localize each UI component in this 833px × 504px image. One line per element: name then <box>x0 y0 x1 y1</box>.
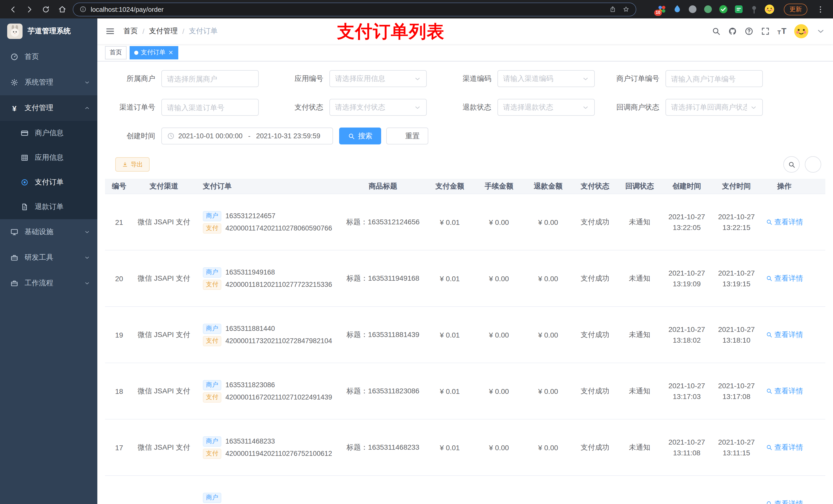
sidebar-item-refund-order[interactable]: 退款订单 <box>0 195 97 219</box>
table-row: 19 微信 JSAPI 支付 商户 1635311881440 支付 <box>105 307 825 363</box>
github-icon[interactable] <box>728 27 737 36</box>
date-range-start[interactable]: 2021-10-01 00:00:00 <box>178 132 243 140</box>
help-icon[interactable] <box>745 27 754 36</box>
channel-code-filter-select[interactable]: 请输入渠道编码 <box>497 70 595 87</box>
date-range-end[interactable]: 2021-10-31 23:59:59 <box>256 132 320 140</box>
view-detail-link[interactable]: 查看详情 <box>766 386 803 396</box>
search-icon <box>766 331 772 338</box>
cell-created-time: 2021-10-2713:18:02 <box>662 324 712 345</box>
filter-row-3: 创建时间 2021-10-01 00:00:00 - 2021-10-31 23… <box>105 127 825 144</box>
browser-forward-button[interactable] <box>22 2 37 17</box>
cell-pay-order: 商户 1635312124657 支付 42000011742021102780… <box>195 209 341 235</box>
extension-icon-chat[interactable] <box>734 4 744 14</box>
view-detail-link[interactable]: 查看详情 <box>766 499 803 504</box>
refund-status-filter-select[interactable]: 请选择退款状态 <box>497 99 595 116</box>
export-button[interactable]: 导出 <box>115 157 149 172</box>
cell-pay-channel: 微信 JSAPI 支付 <box>133 217 195 226</box>
sidebar-item-app-info[interactable]: 应用信息 <box>0 145 97 170</box>
fullscreen-icon[interactable] <box>761 27 770 36</box>
browser-back-button[interactable] <box>5 2 21 17</box>
browser-reload-button[interactable] <box>38 2 53 17</box>
share-icon[interactable] <box>609 6 616 13</box>
extension-icon-pin[interactable] <box>749 4 759 14</box>
extension-badge: 10 <box>654 10 662 16</box>
sidebar-item-workflow[interactable]: 工作流程 <box>0 270 97 296</box>
sidebar-item-infrastructure[interactable]: 基础设施 <box>0 219 97 245</box>
toggle-search-button[interactable] <box>783 156 800 173</box>
sidebar-item-merchant-info[interactable]: 商户信息 <box>0 121 97 145</box>
cell-actions: 查看详情 <box>761 386 807 396</box>
extension-icon-green-check[interactable] <box>718 4 729 14</box>
yen-icon: ¥ <box>10 104 19 112</box>
app-no-filter-select[interactable]: 请选择应用信息 <box>329 70 427 87</box>
chevron-down-icon <box>414 104 421 111</box>
sidebar-item-dev-tools[interactable]: 研发工具 <box>0 245 97 270</box>
extension-icon-green-circle[interactable] <box>703 4 713 14</box>
extension-icon-gray-circle[interactable] <box>688 4 698 14</box>
extension-icon-palette[interactable]: 10 <box>657 4 667 14</box>
close-icon[interactable] <box>168 50 174 55</box>
browser-home-button[interactable] <box>54 2 70 17</box>
extension-icon-droplet[interactable] <box>672 4 682 14</box>
sidebar-item-pay-order[interactable]: 支付订单 <box>0 170 97 195</box>
view-detail-link[interactable]: 查看详情 <box>766 274 803 283</box>
refresh-table-button[interactable] <box>805 156 821 173</box>
grid-icon <box>21 154 29 162</box>
annotation-title: 支付订单列表 <box>337 22 445 41</box>
create-time-filter-label: 创建时间 <box>105 131 161 141</box>
tab-pay-order[interactable]: 支付订单 <box>129 46 178 59</box>
app-logo: 芋道管理系统 <box>0 19 97 44</box>
user-avatar[interactable] <box>793 24 809 39</box>
breadcrumb: 首页 / 支付管理 / 支付订单 <box>123 27 218 36</box>
url-text[interactable]: localhost:1024/pay/order <box>91 5 164 13</box>
site-info-icon[interactable] <box>79 6 87 13</box>
callback-status-filter-select[interactable]: 请选择订单回调商户状态 <box>665 99 763 116</box>
clock-icon <box>167 132 175 140</box>
extensions-area: 10 更新 <box>657 2 828 17</box>
channel-order-no-filter-input[interactable] <box>167 103 253 112</box>
search-icon[interactable] <box>712 27 721 36</box>
pay-transaction-no: 4200001181202110277723215336 <box>225 281 332 288</box>
table-row: 18 微信 JSAPI 支付 商户 1635311823086 支付 <box>105 363 825 419</box>
create-time-range-picker[interactable]: 2021-10-01 00:00:00 - 2021-10-31 23:59:5… <box>161 127 333 144</box>
view-detail-link[interactable]: 查看详情 <box>766 443 803 452</box>
pay-status-filter-select[interactable]: 请选择支付状态 <box>329 99 427 116</box>
chevron-down-icon <box>582 75 589 82</box>
chevron-down-icon[interactable] <box>816 27 825 36</box>
cell-refund-amount: ¥ 0.00 <box>524 218 573 226</box>
orders-table: 编号 支付渠道 支付订单 商品标题 支付金额 手续金额 退款金额 支付状态 回调… <box>105 179 825 504</box>
reset-button[interactable]: 重置 <box>386 127 428 144</box>
merchant-order-no: 1635311949168 <box>225 268 275 276</box>
sidebar-item-home[interactable]: 首页 <box>0 44 97 70</box>
hamburger-icon[interactable] <box>105 26 115 37</box>
cell-pay-order: 商户 1635311468233 支付 42000011942021102767… <box>195 434 341 461</box>
cell-paid-time: 2021-10-2713:19:15 <box>712 268 761 289</box>
chevron-down-icon <box>84 229 90 235</box>
view-detail-link[interactable]: 查看详情 <box>766 330 803 339</box>
search-button[interactable]: 搜索 <box>339 127 381 144</box>
cell-created-time: 2021-10-2713:17:03 <box>662 380 712 402</box>
tab-home[interactable]: 首页 <box>105 46 126 59</box>
browser-update-button[interactable]: 更新 <box>784 3 807 15</box>
merchant-filter-input[interactable] <box>167 74 253 83</box>
cell-goods-title: 标题：1635311468233 <box>341 443 425 452</box>
chevron-up-icon <box>84 105 90 111</box>
cell-refund-amount: ¥ 0.00 <box>524 274 573 283</box>
cell-pay-order: 商户 支付 <box>195 490 341 504</box>
url-bar[interactable]: localhost:1024/pay/order <box>73 2 636 16</box>
sidebar-item-system[interactable]: 系统管理 <box>0 70 97 95</box>
merchant-order-no-filter-input[interactable] <box>671 74 757 83</box>
merchant-tag: 商户 <box>203 380 221 390</box>
search-icon <box>788 161 795 168</box>
view-detail-link[interactable]: 查看详情 <box>766 217 803 226</box>
font-size-icon[interactable]: TT <box>778 27 786 35</box>
browser-menu-icon[interactable] <box>812 2 828 17</box>
pay-transaction-no: 4200001174202110278060590766 <box>225 224 332 232</box>
bookmark-star-icon[interactable] <box>622 6 629 13</box>
sidebar-item-pay[interactable]: ¥ 支付管理 <box>0 95 97 121</box>
breadcrumb-home[interactable]: 首页 <box>123 27 138 36</box>
cell-pay-channel: 微信 JSAPI 支付 <box>133 274 195 283</box>
breadcrumb-pay[interactable]: 支付管理 <box>149 27 178 36</box>
browser-profile-avatar[interactable] <box>764 4 775 14</box>
cell-order-id: 19 <box>105 331 133 339</box>
